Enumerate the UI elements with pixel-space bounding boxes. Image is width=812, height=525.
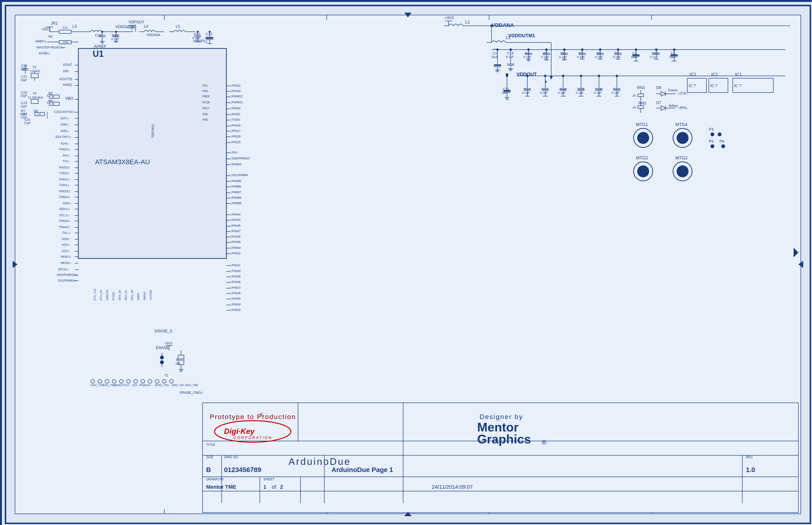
svg-text:C18: C18	[507, 51, 514, 55]
svg-point-174	[580, 75, 582, 77]
svg-text:TITLE: TITLE	[206, 442, 215, 447]
svg-text:10uF: 10uF	[491, 55, 498, 59]
svg-text:27pF: 27pF	[24, 121, 31, 125]
svg-text:L3: L3	[72, 24, 77, 28]
svg-text:Mentor TME: Mentor TME	[206, 484, 236, 490]
svg-text:0.1uF: 0.1uF	[523, 55, 531, 59]
svg-text:◇PIN29: ◇PIN29	[230, 106, 241, 110]
svg-text:◇PWM3: ◇PWM3	[230, 163, 241, 166]
svg-text:◇TXD0: ◇TXD0	[230, 118, 240, 121]
svg-text:1K: 1K	[633, 94, 636, 97]
svg-point-264	[101, 31, 103, 33]
svg-text:0.1uF: 0.1uF	[522, 91, 530, 94]
svg-text:◇PWM12: ◇PWM12	[230, 94, 243, 98]
svg-text:PIN52/TCK3: PIN52/TCK3	[114, 384, 129, 387]
svg-text:◇PIN36: ◇PIN36	[230, 291, 241, 295]
svg-text:L4: L4	[144, 24, 148, 28]
svg-text:PB26: PB26	[203, 95, 210, 98]
svg-text:0.1uF: 0.1uF	[650, 55, 658, 59]
svg-text:PA0: PA0	[203, 89, 208, 93]
svg-text:+3V3: +3V3	[164, 341, 172, 345]
svg-text:C23: C23	[21, 101, 27, 105]
svg-text:L5: L5	[176, 24, 180, 28]
svg-text:PA9: PA9	[203, 118, 208, 121]
svg-text:AD3◇: AD3◇	[62, 237, 70, 241]
svg-text:TXD1◇: TXD1◇	[59, 183, 70, 187]
svg-text:JFAG_TMS: JFAG_TMS	[102, 384, 116, 387]
svg-text:D8: D8	[656, 86, 661, 90]
schematic-svg: VDDANA L1 +3V3 L2 VDDOUTM1 C18 0.1uF	[2, 2, 812, 525]
svg-text:0.8k: 0.8k	[20, 112, 26, 116]
svg-text:PA17: PA17	[203, 107, 209, 110]
svg-text:C25: C25	[25, 118, 30, 121]
svg-text:EEXTINT◇: EEXTINT◇	[56, 135, 71, 139]
svg-text:0.1uF: 0.1uF	[594, 91, 601, 94]
svg-text:XOUT32: XOUT32	[59, 77, 72, 81]
svg-text:IC ?: IC ?	[734, 84, 741, 88]
svg-text:2: 2	[280, 484, 283, 490]
svg-text:PIN24◇: PIN24◇	[59, 195, 70, 199]
svg-text:100k: 100k	[62, 41, 68, 44]
svg-text:JFAG_TME: JFAG_TME	[185, 384, 198, 387]
svg-text:TXD2◇: TXD2◇	[59, 171, 70, 175]
svg-text:Y2: Y2	[32, 91, 37, 95]
svg-point-303	[209, 31, 211, 33]
svg-text:IC ?: IC ?	[710, 84, 717, 88]
svg-point-166	[562, 75, 564, 77]
svg-text:22pF: 22pF	[20, 94, 27, 97]
svg-text:JFAG_TDI: JFAG_TDI	[172, 384, 184, 387]
svg-text:SS1/PWM4◇: SS1/PWM4◇	[58, 279, 76, 282]
svg-text:UOTGID: UOTGID	[149, 290, 152, 300]
svg-point-158	[544, 75, 547, 77]
svg-text:◇PWM9: ◇PWM9	[230, 201, 241, 205]
svg-text:◇PIN44: ◇PIN44	[230, 213, 241, 216]
svg-text:SHEET: SHEET	[263, 477, 275, 481]
svg-text:C21: C21	[21, 75, 27, 78]
svg-text:◇PIN37: ◇PIN37	[230, 286, 241, 289]
svg-text:◇PIN35: ◇PIN35	[230, 297, 241, 300]
svg-text:◇PWM8: ◇PWM8	[230, 196, 241, 199]
svg-text:PINAGD2: PINAGD2	[139, 384, 151, 387]
svg-text:◇PIN33: ◇PIN33	[230, 308, 241, 312]
svg-text:AD5◇: AD5◇	[60, 129, 69, 133]
svg-text:Graphics: Graphics	[477, 432, 531, 446]
svg-text:◇PIN25: ◇PIN25	[230, 140, 241, 144]
svg-text:◁TXL: ◁TXL	[678, 91, 687, 95]
svg-text:PA8: PA8	[203, 112, 208, 116]
svg-text:ArduinoDue Page 1: ArduinoDue Page 1	[332, 466, 393, 474]
svg-text:PC28: PC28	[203, 101, 210, 104]
svg-text:VDDOUTM1: VDDOUTM1	[508, 33, 535, 38]
svg-text:P5: P5	[709, 139, 714, 144]
svg-point-239	[710, 132, 714, 136]
svg-text:◇PIN26: ◇PIN26	[230, 135, 241, 138]
svg-text:◇PIN46: ◇PIN46	[230, 224, 241, 227]
svg-point-228	[637, 132, 649, 144]
svg-text:MOSI◇: MOSI◇	[61, 261, 71, 265]
svg-text:RX◇: RX◇	[63, 154, 70, 157]
svg-text:PIN23◇: PIN23◇	[59, 190, 70, 193]
svg-text:+3V3: +3V3	[127, 26, 135, 29]
svg-text:REV: REV	[746, 455, 753, 459]
svg-text:EMDC: EMDC	[137, 292, 140, 300]
svg-point-242	[710, 145, 714, 148]
svg-text:C1: C1	[493, 51, 497, 55]
svg-text:24/11/2014:09:07: 24/11/2014:09:07	[432, 484, 473, 490]
svg-text:0.1uF: 0.1uF	[612, 91, 620, 94]
svg-text:◇PIN38: ◇PIN38	[230, 280, 241, 284]
svg-point-231	[677, 132, 688, 144]
svg-text:ERX_D1: ERX_D1	[125, 290, 127, 300]
svg-text:Prototype to Production: Prototype to Production	[210, 413, 296, 420]
svg-text:◇SS1/PWM4: ◇SS1/PWM4	[230, 173, 248, 177]
svg-point-295	[197, 31, 199, 33]
svg-text:▼: ▼	[544, 80, 548, 84]
svg-text:T2: T2	[164, 374, 168, 377]
svg-text:39: 39	[52, 102, 55, 105]
svg-text:of: of	[272, 484, 276, 490]
svg-text:ArduinoDue: ArduinoDue	[289, 456, 351, 467]
svg-text:SDA1◇: SDA1◇	[59, 207, 70, 211]
svg-text:◇PIN32: ◇PIN32	[230, 84, 241, 87]
svg-point-190	[616, 75, 618, 77]
svg-text:◇PIN27: ◇PIN27	[230, 129, 241, 133]
svg-text:ETX_CLK: ETX_CLK	[93, 288, 96, 300]
svg-text:◇PIN48: ◇PIN48	[230, 235, 241, 238]
